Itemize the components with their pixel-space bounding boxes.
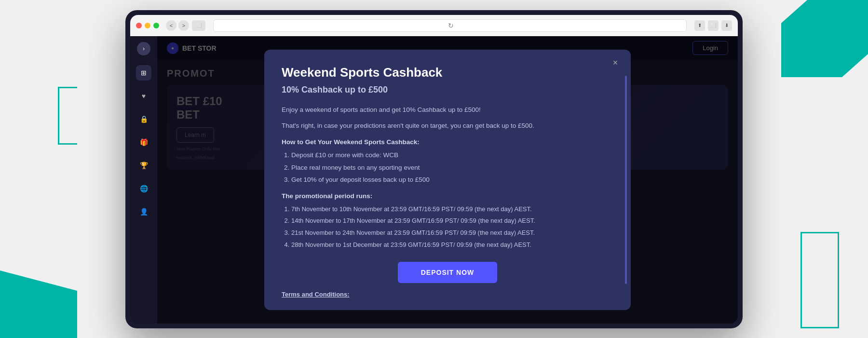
forward-button[interactable]: > bbox=[178, 20, 189, 31]
sidebar-toggle-button[interactable]: › bbox=[137, 42, 150, 55]
browser-content: › ⊞ ♥ 🔒 🎁 🏆 🌐 👤 ● BET STOR Login PROM bbox=[130, 36, 738, 324]
modal-overlay: × Weekend Sports Cashback 10% Cashback u… bbox=[157, 36, 738, 324]
modal-title: Weekend Sports Cashback bbox=[282, 65, 613, 80]
bookmark-button[interactable]: ⬜ bbox=[708, 20, 719, 31]
bg-decoration-bracket-left bbox=[58, 87, 77, 145]
tab-button[interactable]: ⬜ bbox=[192, 20, 205, 31]
terms-section-title: Terms and Conditions: bbox=[282, 291, 613, 298]
refresh-icon: ↻ bbox=[448, 22, 454, 29]
how-to-step-3: Get 10% of your deposit losses back up t… bbox=[291, 175, 613, 185]
fullscreen-button-traffic-light[interactable] bbox=[153, 23, 159, 28]
sidebar-icon-gift[interactable]: 🎁 bbox=[136, 135, 151, 150]
modal-close-button[interactable]: × bbox=[610, 57, 621, 69]
sidebar-icon-heart[interactable]: ♥ bbox=[136, 88, 151, 104]
modal-intro-1: Enjoy a weekend of sports action and get… bbox=[282, 105, 613, 115]
how-to-title: How to Get Your Weekend Sports Cashback: bbox=[282, 137, 613, 148]
how-to-steps-list: Deposit £10 or more with code: WCB Place… bbox=[282, 150, 613, 185]
bg-decoration-bottom-right bbox=[800, 232, 839, 328]
nav-buttons: < > ⬜ bbox=[166, 20, 205, 31]
left-sidebar: › ⊞ ♥ 🔒 🎁 🏆 🌐 👤 bbox=[130, 36, 157, 324]
modal-dialog: × Weekend Sports Cashback 10% Cashback u… bbox=[264, 50, 631, 310]
close-button-traffic-light[interactable] bbox=[136, 23, 142, 28]
sidebar-icon-user[interactable]: 👤 bbox=[136, 204, 151, 219]
share-button[interactable]: ⬆ bbox=[694, 20, 705, 31]
promo-date-3: 21st November to 24th November at 23:59 … bbox=[291, 228, 613, 238]
main-content-area: ● BET STOR Login PROMOT BET £10 BET Lear… bbox=[157, 36, 738, 324]
bg-decoration-top-right bbox=[781, 0, 868, 77]
sidebar-icon-globe[interactable]: 🌐 bbox=[136, 181, 151, 196]
how-to-step-1: Deposit £10 or more with code: WCB bbox=[291, 150, 613, 161]
promo-dates-list: 7th November to 10th November at 23:59 G… bbox=[282, 204, 613, 250]
sidebar-icon-grid[interactable]: ⊞ bbox=[136, 65, 151, 81]
modal-body: Enjoy a weekend of sports action and get… bbox=[282, 105, 613, 250]
laptop-frame: < > ⬜ ↻ ⬆ ⬜ ⬇ › ⊞ ♥ 🔒 🎁 🏆 🌐 👤 bbox=[125, 10, 743, 328]
back-button[interactable]: < bbox=[166, 20, 176, 31]
sidebar-icon-trophy[interactable]: 🏆 bbox=[136, 158, 151, 173]
modal-subtitle: 10% Cashback up to £500 bbox=[282, 85, 613, 95]
promo-date-4: 28th November to 1st December at 23:59 G… bbox=[291, 240, 613, 250]
deposit-now-button[interactable]: DEPOSIT NOW bbox=[398, 262, 498, 283]
modal-intro-2: That's right, in case your predictions a… bbox=[282, 121, 613, 131]
download-button[interactable]: ⬇ bbox=[721, 20, 732, 31]
browser-actions: ⬆ ⬜ ⬇ bbox=[694, 20, 732, 31]
minimize-button-traffic-light[interactable] bbox=[145, 23, 150, 28]
deposit-button-wrapper: DEPOSIT NOW bbox=[282, 262, 613, 283]
how-to-step-2: Place real money bets on any sporting ev… bbox=[291, 162, 613, 173]
bg-decoration-bottom-left bbox=[0, 270, 77, 338]
sidebar-icon-lock[interactable]: 🔒 bbox=[136, 111, 151, 127]
address-bar[interactable]: ↻ bbox=[213, 19, 687, 32]
promo-date-2: 14th November to 17th November at 23:59 … bbox=[291, 216, 613, 226]
modal-scrollbar[interactable] bbox=[625, 76, 627, 284]
promo-date-1: 7th November to 10th November at 23:59 G… bbox=[291, 204, 613, 215]
promo-period-title: The promotional period runs: bbox=[282, 191, 613, 202]
traffic-lights bbox=[136, 23, 159, 28]
browser-chrome: < > ⬜ ↻ ⬆ ⬜ ⬇ bbox=[130, 15, 738, 36]
